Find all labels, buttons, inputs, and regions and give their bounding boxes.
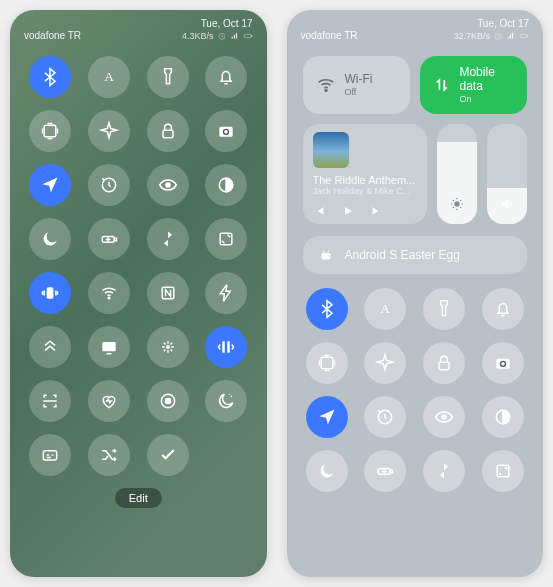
net-speed: 32.7KB/s [453,31,490,41]
wifi-icon [315,74,337,96]
battery-tile[interactable] [364,450,406,492]
bluetooth-icon [40,67,60,87]
camera-icon [493,353,513,373]
shuffle-icon [99,445,119,465]
flash-tile[interactable] [205,272,247,314]
font-tile[interactable]: A [364,288,406,330]
svg-point-28 [323,254,325,256]
wifi-signal-tile[interactable] [88,272,130,314]
battery-icon [519,31,529,41]
sync-icon [434,461,454,481]
font-tile[interactable]: A [88,56,130,98]
mobile-data-tile[interactable]: Mobile data On [420,56,527,114]
svg-rect-32 [439,362,449,370]
scan-tile[interactable] [29,380,71,422]
net-speed: 4.3KB/s [182,31,214,41]
airplane-tile[interactable] [364,342,406,384]
volume-slider[interactable] [487,124,527,224]
wifi-signal-icon [99,283,119,303]
camera-tile[interactable] [482,342,524,384]
svg-rect-4 [44,125,56,137]
dnd-bell-tile[interactable] [482,288,524,330]
scan-icon [40,391,60,411]
sync-tile[interactable] [147,218,189,260]
wifi-status: Off [345,87,373,97]
contrast-tile[interactable] [482,396,524,438]
dnd-bell-icon [216,67,236,87]
check-tile[interactable] [147,434,189,476]
collapse-tile[interactable] [29,326,71,368]
battery-tile[interactable] [88,218,130,260]
display-tile[interactable] [88,326,130,368]
caption-tile[interactable] [29,434,71,476]
svg-text:A: A [381,301,391,316]
dnd-bell-tile[interactable] [205,56,247,98]
shuffle-tile[interactable] [88,434,130,476]
sync-tile[interactable] [423,450,465,492]
night-icon [216,391,236,411]
split-tile[interactable] [205,326,247,368]
svg-rect-24 [527,35,528,37]
eye-tile[interactable] [147,164,189,206]
media-artist: Jack Holiday & Mike C... [313,186,417,196]
night-tile[interactable] [205,380,247,422]
nfc-tile[interactable] [147,272,189,314]
resize-tile[interactable] [205,218,247,260]
bluetooth-tile[interactable] [29,56,71,98]
rotation-lock-tile[interactable] [88,164,130,206]
media-card[interactable]: The Riddle Anthem... Jack Holiday & Mike… [303,124,427,224]
airplane-tile[interactable] [88,110,130,152]
lock-icon [158,121,178,141]
contrast-icon [493,407,513,427]
sparkle-tile[interactable] [147,326,189,368]
resize-icon [493,461,513,481]
play-icon[interactable] [341,204,355,218]
rotation-lock-tile[interactable] [364,396,406,438]
prev-icon[interactable] [313,204,327,218]
alarm-icon [493,31,503,41]
contrast-tile[interactable] [205,164,247,206]
svg-rect-5 [163,130,173,138]
location-tile[interactable] [306,396,348,438]
heart-rate-tile[interactable] [88,380,130,422]
moon-icon [40,229,60,249]
svg-rect-33 [496,359,509,369]
record-tile[interactable] [147,380,189,422]
moon-tile[interactable] [306,450,348,492]
svg-point-36 [442,415,446,419]
easter-egg-tile[interactable]: Android S Easter Egg [303,236,528,274]
lock-tile[interactable] [423,342,465,384]
svg-rect-14 [47,287,54,299]
brightness-slider[interactable] [437,124,477,224]
wifi-tile[interactable]: Wi-Fi Off [303,56,410,114]
screenshot-tile[interactable] [306,342,348,384]
screenshot-tile[interactable] [29,110,71,152]
svg-rect-17 [102,342,115,351]
airplane-icon [375,353,395,373]
display-icon [99,337,119,357]
eye-tile[interactable] [423,396,465,438]
easter-label: Android S Easter Egg [345,248,460,262]
resize-tile[interactable] [482,450,524,492]
album-art [313,132,349,168]
svg-rect-27 [321,253,330,260]
moon-tile[interactable] [29,218,71,260]
airplane-icon [99,121,119,141]
screen-left: vodafone TR Tue, Oct 17 4.3KB/s A Edit [10,10,267,577]
location-tile[interactable] [29,164,71,206]
next-icon[interactable] [369,204,383,218]
flashlight-tile[interactable] [423,288,465,330]
screenshot-icon [40,121,60,141]
bluetooth-tile[interactable] [306,288,348,330]
contrast-icon [216,175,236,195]
flashlight-tile[interactable] [147,56,189,98]
vibrate-tile[interactable] [29,272,71,314]
svg-rect-6 [220,127,233,137]
camera-tile[interactable] [205,110,247,152]
screenshot-icon [317,353,337,373]
svg-rect-31 [321,357,333,369]
edit-button[interactable]: Edit [115,488,162,508]
font-icon: A [99,67,119,87]
lock-tile[interactable] [147,110,189,152]
svg-point-25 [325,90,327,92]
